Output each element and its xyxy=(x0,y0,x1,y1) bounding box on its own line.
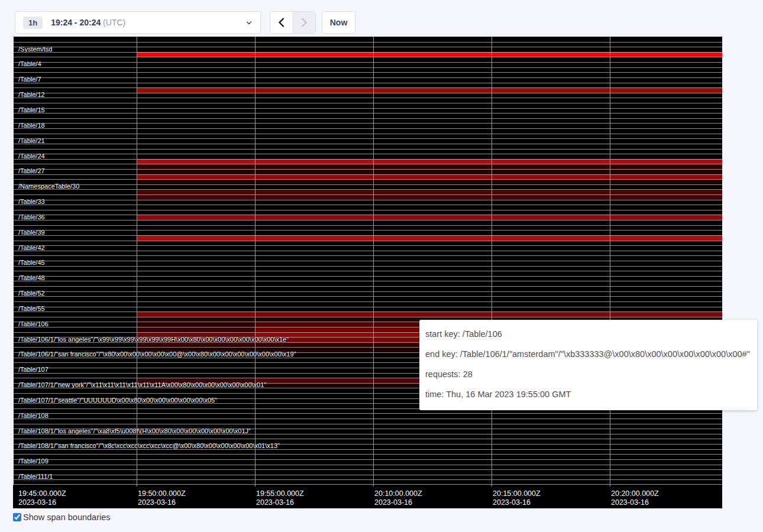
span-boundary-line xyxy=(13,47,722,47)
span-strip[interactable] xyxy=(13,241,722,245)
span-strip[interactable] xyxy=(13,276,722,281)
span-strip[interactable] xyxy=(13,454,722,459)
span-strip[interactable] xyxy=(13,42,722,47)
span-strip[interactable] xyxy=(13,286,722,291)
tooltip-line: start key: /Table/106 xyxy=(425,324,751,344)
next-button[interactable] xyxy=(293,12,315,33)
span-boundary-line xyxy=(13,251,722,251)
span-strip[interactable] xyxy=(13,261,722,266)
span-strip[interactable] xyxy=(13,413,722,419)
span-strip[interactable] xyxy=(13,37,722,42)
span-strip[interactable] xyxy=(13,301,722,307)
span-strip[interactable] xyxy=(13,189,722,194)
row-label: /Table/12 xyxy=(18,91,45,98)
span-strip[interactable] xyxy=(13,220,722,225)
span-strip[interactable] xyxy=(13,215,722,220)
span-strip[interactable] xyxy=(13,93,722,98)
span-boundary-line xyxy=(13,98,722,98)
span-boundary-line xyxy=(13,62,722,63)
span-strip[interactable] xyxy=(13,210,722,215)
span-strip[interactable] xyxy=(13,108,722,113)
axis-tick-label: 19:45:00.000Z2023-03-16 xyxy=(18,489,66,508)
span-strip[interactable] xyxy=(13,174,722,179)
span-strip[interactable] xyxy=(13,245,722,251)
span-strip[interactable] xyxy=(13,419,722,424)
span-strip[interactable] xyxy=(13,169,722,174)
span-strip[interactable] xyxy=(13,87,722,93)
span-strip[interactable] xyxy=(13,134,722,138)
hot-span-band xyxy=(137,194,722,200)
span-boundary-line xyxy=(13,169,722,170)
span-strip[interactable] xyxy=(13,307,722,312)
span-strip[interactable] xyxy=(13,205,722,210)
span-strip[interactable] xyxy=(13,159,722,164)
span-strip[interactable] xyxy=(13,200,722,205)
span-strip[interactable] xyxy=(13,251,722,255)
span-strip[interactable] xyxy=(13,72,722,77)
span-strip[interactable] xyxy=(13,225,722,230)
span-strip[interactable] xyxy=(13,449,722,454)
span-boundary-line xyxy=(13,113,722,113)
span-strip[interactable] xyxy=(13,98,722,103)
time-range-selector[interactable]: 1h 19:24 - 20:24 (UTC) xyxy=(15,11,261,34)
span-strip[interactable] xyxy=(13,62,722,67)
span-strip[interactable] xyxy=(13,235,722,241)
span-boundary-line xyxy=(13,123,722,124)
span-strip[interactable] xyxy=(13,179,722,184)
span-strip[interactable] xyxy=(13,291,722,296)
span-strip[interactable] xyxy=(13,128,722,134)
row-label: /Table/24 xyxy=(18,153,45,160)
span-strip[interactable] xyxy=(13,123,722,128)
span-strip[interactable] xyxy=(13,271,722,276)
span-strip[interactable] xyxy=(13,144,722,149)
span-strip[interactable] xyxy=(13,57,722,62)
span-strip[interactable] xyxy=(13,149,722,154)
prev-button[interactable] xyxy=(270,12,293,33)
span-strip[interactable] xyxy=(13,465,722,469)
span-strip[interactable] xyxy=(13,138,722,144)
row-label: /Table/42 xyxy=(18,244,45,251)
span-strip[interactable] xyxy=(13,83,722,87)
span-strip[interactable] xyxy=(13,281,722,286)
span-boundary-line xyxy=(13,479,722,480)
show-span-boundaries-checkbox[interactable] xyxy=(13,513,21,521)
chevron-right-icon xyxy=(301,18,308,27)
span-boundary-line xyxy=(13,87,722,88)
span-strip[interactable] xyxy=(13,103,722,108)
span-strip[interactable] xyxy=(13,459,722,465)
span-strip[interactable] xyxy=(13,52,722,57)
row-label: /Table/55 xyxy=(18,305,45,312)
span-strip[interactable] xyxy=(13,77,722,83)
span-strip[interactable] xyxy=(13,47,722,52)
time-nav-group xyxy=(270,11,316,34)
key-visualizer-heatmap[interactable]: /System/tsd/Table/4/Table/7/Table/12/Tab… xyxy=(13,37,722,508)
span-strip[interactable] xyxy=(13,312,722,317)
span-boundary-line xyxy=(13,159,722,160)
span-strip[interactable] xyxy=(13,255,722,261)
span-strip[interactable] xyxy=(13,118,722,123)
row-label: /Table/27 xyxy=(18,167,45,174)
now-button[interactable]: Now xyxy=(322,11,355,34)
hot-span-band xyxy=(137,87,722,93)
axis-tick-label: 19:55:00.000Z2023-03-16 xyxy=(256,489,304,508)
span-boundary-line xyxy=(13,286,722,287)
row-label: /Table/52 xyxy=(18,290,45,297)
span-strip[interactable] xyxy=(13,296,722,301)
x-axis: 19:45:00.000Z2023-03-1619:50:00.000Z2023… xyxy=(13,485,722,508)
span-strip[interactable] xyxy=(13,434,722,439)
span-strip[interactable] xyxy=(13,475,722,479)
span-strip[interactable] xyxy=(13,230,722,235)
span-strip[interactable] xyxy=(13,113,722,118)
span-strip[interactable] xyxy=(13,266,722,271)
span-strip[interactable] xyxy=(13,469,722,475)
span-strip[interactable] xyxy=(13,194,722,200)
row-label: /Table/33 xyxy=(18,198,45,205)
heatmap-grid[interactable]: /System/tsd/Table/4/Table/7/Table/12/Tab… xyxy=(13,37,722,485)
span-boundary-line xyxy=(13,459,722,460)
span-boundary-line xyxy=(13,77,722,78)
span-boundary-line xyxy=(13,475,722,475)
span-strip[interactable] xyxy=(13,67,722,72)
span-strip[interactable] xyxy=(13,184,722,189)
span-strip[interactable] xyxy=(13,164,722,169)
span-strip[interactable] xyxy=(13,154,722,159)
